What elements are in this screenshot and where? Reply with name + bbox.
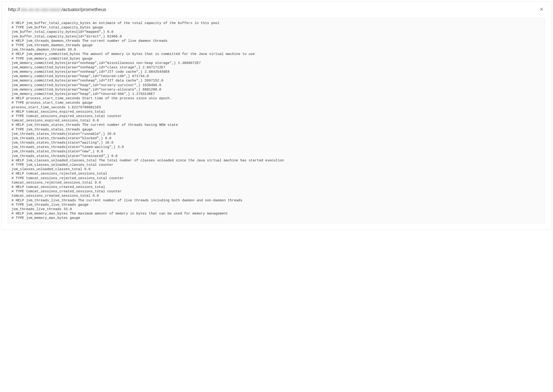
url-scheme: http:// [8, 7, 20, 12]
url-path: /actuator/prometheus [61, 7, 106, 12]
modal-header: http:// xxx.xx.xx.xxx:xxxxx /actuator/pr… [2, 2, 551, 18]
url-host-obscured: xxx.xx.xx.xxx:xxxxx [20, 7, 61, 12]
close-icon [539, 7, 544, 12]
prometheus-metrics-text: # HELP jvm_buffer_total_capacity_bytes A… [12, 21, 541, 220]
modal-container: http:// xxx.xx.xx.xxx:xxxxx /actuator/pr… [1, 1, 552, 230]
response-body-panel[interactable]: # HELP jvm_buffer_total_capacity_bytes A… [8, 18, 545, 223]
url-display: http:// xxx.xx.xx.xxx:xxxxx /actuator/pr… [8, 7, 106, 12]
close-button[interactable] [538, 6, 545, 13]
